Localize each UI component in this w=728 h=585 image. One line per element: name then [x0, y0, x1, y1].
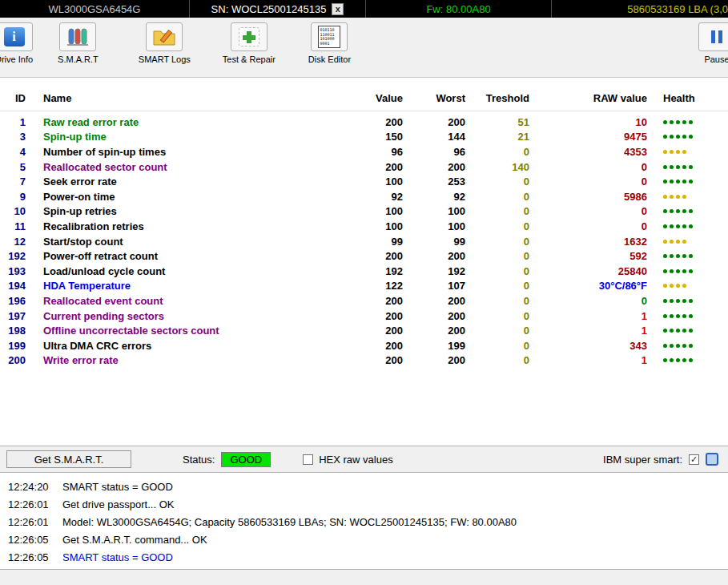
table-row[interactable]: 10Spin-up retries10010000: [0, 204, 728, 220]
log-time: 12:26:05: [0, 551, 62, 563]
table-row[interactable]: 7Seek error rate10025300: [0, 174, 728, 189]
attribute-raw-cell: 30°C/86°F: [534, 280, 652, 292]
health-dot-icon: [663, 284, 667, 288]
pause-button[interactable]: Pause: [698, 22, 728, 64]
get-smart-button[interactable]: Get S.M.A.R.T.: [6, 450, 131, 468]
health-dot-icon: [682, 299, 686, 303]
health-dot-icon: [663, 254, 667, 258]
health-dot-icon: [670, 358, 674, 362]
health-dot-icon: [682, 358, 686, 362]
health-dot-icon: [689, 299, 693, 303]
pause-label: Pause: [704, 54, 728, 64]
attribute-worst-cell: 200: [408, 310, 470, 322]
attribute-name-cell: Spin-up retries: [32, 205, 344, 217]
drive-serial-segment: SN: WOCL25001245135 x: [190, 0, 366, 18]
attribute-value-cell: 100: [344, 220, 408, 232]
health-dot-icon: [682, 150, 686, 154]
attribute-name-cell: Write error rate: [32, 354, 344, 366]
health-dot-icon: [689, 209, 693, 213]
health-dot-icon: [676, 314, 680, 318]
attribute-name-cell: Reallocated event count: [32, 295, 344, 307]
attribute-value-cell: 200: [344, 340, 408, 352]
attribute-name-cell: Raw read error rate: [32, 116, 344, 128]
health-dot-icon: [682, 314, 686, 318]
disk-editor-button[interactable]: 010110 110011 101000 0001 Disk Editor: [308, 22, 351, 64]
health-dot-icon: [663, 165, 667, 169]
health-dot-icon: [689, 329, 693, 333]
health-dot-icon: [676, 329, 680, 333]
table-row[interactable]: 3Spin-up time150144219475: [0, 130, 728, 145]
smart-label: S.M.A.R.T: [58, 54, 99, 64]
table-row[interactable]: 11Recalibration retries10010000: [0, 219, 728, 234]
drive-info-button[interactable]: i Drive Info: [0, 22, 33, 64]
smart-button[interactable]: S.M.A.R.T: [58, 22, 99, 64]
table-row[interactable]: 193Load/unload cycle count192192025840: [0, 264, 728, 279]
table-row[interactable]: 194HDA Temperature122107030°C/86°F: [0, 279, 728, 294]
table-row[interactable]: 1Raw read error rate2002005110: [0, 115, 728, 130]
health-dot-icon: [676, 344, 680, 348]
health-dot-icon: [670, 254, 674, 258]
table-row[interactable]: 5Reallocated sector count2002001400: [0, 159, 728, 175]
smart-logs-button[interactable]: SMART Logs: [139, 22, 191, 64]
health-dot-icon: [676, 254, 680, 258]
table-row[interactable]: 9Power-on time929205986: [0, 189, 728, 204]
health-dot-icon: [676, 358, 680, 362]
attribute-worst-cell: 99: [408, 236, 470, 248]
attribute-name-cell: HDA Temperature: [32, 280, 344, 292]
attribute-id-cell: 7: [0, 176, 32, 188]
attribute-name-cell: Current pending sectors: [32, 310, 344, 322]
attribute-raw-cell: 9475: [534, 131, 652, 143]
header-worst: Worst: [408, 92, 470, 104]
log-message: Get drive passport... OK: [62, 498, 174, 510]
attribute-health-cell: [652, 299, 728, 303]
table-row[interactable]: 199Ultra DMA CRC errors2001990343: [0, 338, 728, 353]
log-panel: 12:24:20SMART status = GOOD12:26:01Get d…: [0, 473, 728, 569]
table-row[interactable]: 4Number of spin-up times969604353: [0, 144, 728, 159]
attribute-health-cell: [652, 344, 728, 348]
table-row[interactable]: 198Offline uncorrectable sectors count20…: [0, 323, 728, 338]
attribute-id-cell: 11: [0, 220, 32, 232]
table-row[interactable]: 197Current pending sectors20020001: [0, 309, 728, 324]
attribute-id-cell: 3: [0, 131, 32, 143]
smart-table: ID Name Value Worst Treshold RAW value H…: [0, 78, 728, 446]
table-row[interactable]: 200Write error rate20020001: [0, 353, 728, 369]
health-dot-icon: [670, 299, 674, 303]
health-dot-icon: [682, 329, 686, 333]
attribute-name-cell: Ultra DMA CRC errors: [32, 340, 344, 352]
attribute-raw-cell: 25840: [534, 265, 652, 277]
attribute-raw-cell: 1632: [534, 236, 652, 248]
header-value: Value: [344, 92, 408, 104]
test-repair-button[interactable]: Test & Repair: [223, 22, 276, 64]
table-row[interactable]: 196Reallocated event count20020000: [0, 293, 728, 309]
drive-info-label: Drive Info: [0, 54, 33, 64]
table-row[interactable]: 12Start/stop count999901632: [0, 234, 728, 249]
attribute-treshold-cell: 0: [470, 220, 534, 232]
attribute-treshold-cell: 0: [470, 205, 534, 217]
attribute-health-cell: [652, 180, 728, 184]
log-message: SMART status = GOOD: [62, 551, 173, 563]
toolbar: i Drive Info S.M.A.R.T SMART Logs Test &…: [0, 18, 728, 78]
hex-raw-values-checkbox[interactable]: [303, 454, 313, 465]
attribute-raw-cell: 343: [534, 340, 652, 352]
ibm-super-smart-checkbox[interactable]: [689, 454, 699, 465]
attribute-value-cell: 200: [344, 310, 408, 322]
health-dot-icon: [663, 120, 667, 124]
table-row[interactable]: 192Power-off retract count2002000592: [0, 248, 728, 264]
attribute-value-cell: 96: [344, 146, 408, 158]
attribute-id-cell: 192: [0, 250, 32, 262]
health-dot-icon: [663, 224, 667, 228]
hex-raw-values-option[interactable]: HEX raw values: [303, 454, 392, 466]
header-raw-value: RAW value: [534, 92, 652, 104]
close-icon[interactable]: x: [332, 3, 344, 15]
smart-logs-label: SMART Logs: [139, 54, 191, 64]
attribute-worst-cell: 200: [408, 295, 470, 307]
attribute-name-cell: Spin-up time: [32, 131, 344, 143]
attribute-worst-cell: 96: [408, 146, 470, 158]
log-time: 12:24:20: [0, 481, 62, 493]
health-dot-icon: [676, 269, 680, 273]
attribute-treshold-cell: 0: [470, 265, 534, 277]
attribute-raw-cell: 0: [534, 161, 652, 173]
header-id: ID: [0, 92, 32, 104]
log-line: 12:26:05SMART status = GOOD: [0, 548, 728, 566]
health-dot-icon: [682, 240, 686, 244]
